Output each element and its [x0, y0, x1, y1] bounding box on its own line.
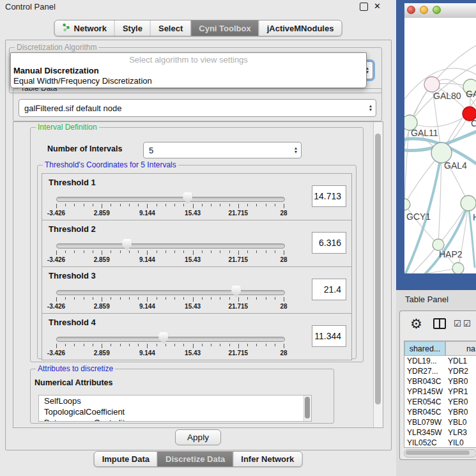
- table-row[interactable]: YBR045CYBR0: [404, 407, 476, 417]
- algorithm-option-manual-discretization[interactable]: Manual Discretization: [11, 66, 366, 76]
- tab-discretize-data[interactable]: Discretize Data: [157, 452, 233, 466]
- threshold-slider-thumb[interactable]: [122, 239, 132, 250]
- table-row[interactable]: YER054CYER0: [404, 397, 476, 407]
- table-row[interactable]: YIL052CYIL0: [404, 438, 476, 448]
- network-edge: [404, 245, 438, 273]
- node-label: GAL11: [411, 128, 438, 138]
- algorithm-options: Manual DiscretizationEqual Width/Frequen…: [11, 66, 366, 86]
- tab-label: Style: [123, 24, 142, 33]
- number-of-intervals-combobox[interactable]: 5 ▲▼: [143, 142, 302, 158]
- tick-label: 2.859: [94, 256, 110, 263]
- threshold-slider-track[interactable]: [56, 243, 285, 249]
- tick-label: 9.144: [139, 303, 155, 310]
- slider-tick-labels: -3.4262.8599.14415.4321.71528: [56, 210, 284, 217]
- hscrollbar-thumb[interactable]: [406, 450, 470, 455]
- threshold-label: Threshold 3: [49, 271, 96, 280]
- split-pane-icon[interactable]: [433, 318, 446, 329]
- table-row[interactable]: YPR145WYPR1: [404, 387, 476, 397]
- table-cell: YPR145W: [404, 387, 445, 397]
- network-node[interactable]: [461, 196, 476, 211]
- network-window-titlebar[interactable]: [404, 3, 476, 19]
- table-row[interactable]: YBR043CYBR0: [404, 376, 476, 387]
- node-label: GAL80: [433, 91, 461, 101]
- slider-tick-labels: -3.4262.8599.14415.4321.71528: [56, 303, 284, 311]
- float-window-icon[interactable]: [360, 3, 368, 11]
- interval-definition-title: Interval Definition: [36, 123, 99, 132]
- mac-close-button[interactable]: [407, 6, 415, 14]
- scrollbar-thumb[interactable]: [375, 134, 381, 404]
- threshold-slider-track[interactable]: [56, 337, 285, 342]
- tick-label: 28: [280, 349, 287, 357]
- threshold-value-field[interactable]: 11.344: [312, 325, 346, 347]
- gear-icon[interactable]: ⚙: [410, 316, 422, 332]
- threshold-value-field[interactable]: 14.713: [312, 185, 346, 207]
- checkbox-checked-icon[interactable]: ☑: [454, 319, 461, 328]
- control-panel-title: Control Panel: [5, 0, 56, 14]
- tab-cyni-toolbox[interactable]: Cyni Toolbox: [190, 20, 258, 36]
- combo-stepper-icon[interactable]: ▲▼: [365, 104, 376, 112]
- network-node[interactable]: [452, 263, 464, 273]
- table-cell: YDR27...: [404, 366, 445, 376]
- attribute-item-betweennesscentrality[interactable]: BetweennessCentrality: [39, 417, 311, 422]
- threshold-value-field[interactable]: 6.316: [312, 232, 346, 254]
- mac-minimize-button[interactable]: [420, 6, 428, 14]
- table-row[interactable]: YBL079WYBL0: [404, 417, 476, 427]
- column-header-shared-[interactable]: shared...: [404, 341, 445, 356]
- tab-label: Impute Data: [102, 454, 150, 464]
- checkbox-checked-icon[interactable]: ☑: [463, 319, 471, 328]
- thresholds-group-title: Threshold's Coordinates for 5 Intervals: [43, 160, 178, 169]
- vertical-scrollbar[interactable]: [373, 122, 383, 427]
- threshold-slider-track[interactable]: [56, 197, 285, 202]
- attributes-scrollbar[interactable]: [303, 395, 311, 421]
- tick-label: 21.715: [229, 303, 249, 310]
- table-cell: YER0: [445, 397, 476, 407]
- network-edge: [432, 43, 476, 84]
- network-canvas[interactable]: GAL80GACGAL11GAL4GCY1HHAP2: [404, 18, 476, 273]
- algorithm-option-equal-width-frequency-discretization[interactable]: Equal Width/Frequency Discretization: [11, 76, 366, 86]
- combo-stepper-icon[interactable]: ▲▼: [291, 146, 301, 154]
- slider-ticks: [56, 250, 284, 256]
- threshold-panel: Threshold 1-3.4262.8599.14415.4321.71528…: [42, 173, 352, 220]
- attribute-item-topologicalcoefficient[interactable]: TopologicalCoefficient: [39, 406, 311, 417]
- table-cell: YBR045C: [404, 407, 445, 417]
- table-cell: YIL052C: [404, 438, 445, 448]
- threshold-slider-track[interactable]: [56, 290, 285, 295]
- threshold-slider-thumb[interactable]: [158, 332, 168, 344]
- table-cell: YLR345W: [404, 427, 445, 438]
- tab-select[interactable]: Select: [150, 20, 190, 36]
- column-header-na[interactable]: na: [445, 341, 476, 356]
- number-of-intervals-value: 5: [144, 146, 291, 155]
- table-cell: YBR043C: [404, 376, 445, 387]
- threshold-slider-thumb[interactable]: [231, 286, 241, 297]
- tick-label: 9.144: [139, 210, 155, 217]
- apply-button[interactable]: Apply: [175, 429, 221, 445]
- threshold-slider-thumb[interactable]: [183, 192, 192, 204]
- mac-zoom-button[interactable]: [433, 6, 441, 14]
- tab-impute-data[interactable]: Impute Data: [95, 452, 157, 466]
- node-label: C: [471, 118, 476, 128]
- tab-network[interactable]: Network: [55, 20, 114, 36]
- attribute-item-selfloops[interactable]: SelfLoops: [39, 395, 311, 406]
- table-row[interactable]: YDL19...YDL1: [404, 356, 476, 366]
- close-panel-icon[interactable]: ✕: [374, 1, 381, 11]
- horizontal-scrollbar[interactable]: [404, 449, 476, 457]
- tab-infer-network[interactable]: Infer Network: [233, 452, 302, 466]
- slider-tick-labels: -3.4262.8599.14415.4321.71528: [56, 349, 284, 357]
- network-node[interactable]: [424, 77, 440, 92]
- network-edge: [404, 123, 410, 204]
- threshold-panels: Threshold 1-3.4262.8599.14415.4321.71528…: [42, 173, 352, 360]
- network-node[interactable]: [404, 199, 410, 210]
- numerical-attributes-list[interactable]: SelfLoopsTopologicalCoefficientBetweenne…: [38, 395, 312, 422]
- tab-style[interactable]: Style: [114, 20, 150, 36]
- control-panel-window: Control Panel ✕ NetworkStyleSelectCyni T…: [0, 0, 396, 476]
- table-data-group: Table Data galFiltered.sif default node …: [13, 88, 382, 121]
- tick-label: 2.859: [94, 303, 110, 310]
- tab-jactivemnodules[interactable]: jActiveMNodules: [259, 20, 342, 36]
- threshold-value-field[interactable]: 21.4: [312, 279, 346, 300]
- table-cell: YIL0: [445, 438, 476, 448]
- table-row[interactable]: YDR27...YDR2: [404, 366, 476, 376]
- table-data-combobox[interactable]: galFiltered.sif default node ▲▼: [19, 99, 376, 117]
- table-row[interactable]: YLR345WYLR3: [404, 427, 476, 438]
- table-data-value: galFiltered.sif default node: [19, 104, 365, 113]
- node-attribute-table[interactable]: shared...na YDL19...YDL1YDR27...YDR2YBR0…: [404, 341, 476, 448]
